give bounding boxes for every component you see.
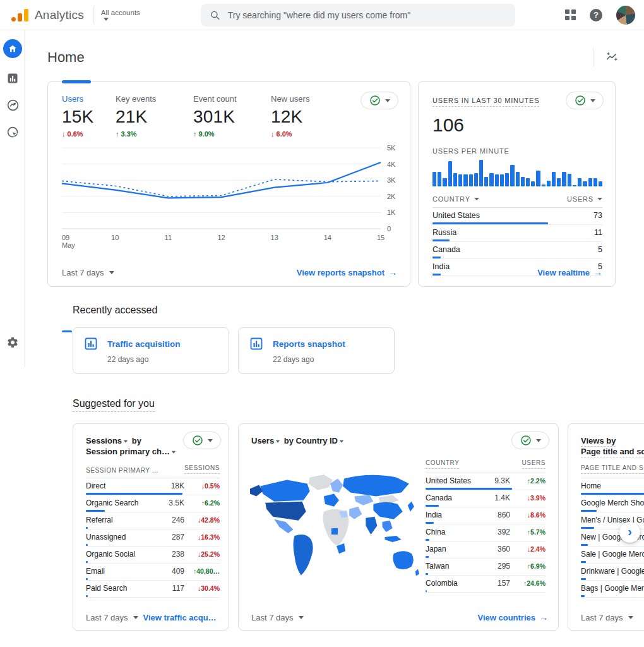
sort-caret-icon: [474, 198, 479, 200]
search-bar[interactable]: [201, 4, 515, 27]
insights-icon[interactable]: [605, 51, 619, 64]
date-range-selector[interactable]: Last 7 days: [581, 613, 633, 622]
realtime-users-value: 106: [432, 114, 602, 136]
x-axis-tick: 15: [377, 234, 385, 241]
y-axis-tick: 2K: [387, 193, 395, 200]
help-icon[interactable]: ?: [590, 9, 602, 21]
page-title-column-header[interactable]: PAGE TITLE AND S…: [581, 464, 644, 474]
value-bar: [86, 493, 182, 495]
country-column-header[interactable]: COUNTRY: [432, 195, 479, 203]
x-axis-tick: 14: [324, 234, 331, 241]
arrow-right-icon: →: [220, 612, 221, 622]
metric-delta: ↓ 6.0%: [271, 130, 309, 138]
sidebar-item-admin[interactable]: [0, 336, 25, 349]
view-realtime-link[interactable]: View realtime→: [537, 267, 602, 277]
country-name: United States: [426, 476, 485, 485]
advertising-icon: [6, 126, 20, 139]
insights-status-pill[interactable]: [361, 92, 398, 109]
sidebar: [0, 30, 25, 647]
date-range-selector[interactable]: Last 7 days: [62, 268, 114, 277]
insights-status-pill[interactable]: [511, 432, 549, 449]
sessions-value: 238: [159, 550, 184, 559]
sidebar-item-reports[interactable]: [0, 72, 25, 85]
users-column-header[interactable]: USERS: [567, 195, 602, 203]
chevron-down-icon: [385, 99, 390, 102]
minute-bar: [469, 174, 473, 186]
table-row: Email 409 ↑40,80…: [86, 564, 220, 581]
value-bar: [86, 578, 88, 580]
minute-bar: [474, 173, 478, 186]
countries-card-title[interactable]: Users by Country ID: [251, 435, 441, 446]
minute-bar: [593, 178, 597, 186]
recent-card-reports-snapshot[interactable]: Reports snapshot 22 days ago: [238, 327, 395, 374]
logo-dot: [11, 17, 16, 21]
date-range-selector[interactable]: Last 7 days: [86, 613, 138, 622]
view-reports-snapshot-link[interactable]: View reports snapshot→: [297, 267, 397, 277]
country-column-header[interactable]: COUNTRY: [426, 459, 459, 469]
value-bar: [426, 539, 429, 541]
table-row: Home: [581, 478, 644, 495]
delta-down: ↓2.4%: [510, 545, 546, 553]
gear-icon: [6, 336, 19, 349]
metric-new-users[interactable]: New users 12K ↓ 6.0%: [271, 94, 309, 138]
minute-bar: [526, 178, 530, 186]
value-bar: [581, 493, 644, 495]
metric-event-count[interactable]: Event count 301K ↑ 9.0%: [193, 94, 271, 138]
carousel-next-button[interactable]: ›: [619, 522, 640, 543]
insights-status-pill[interactable]: [566, 92, 604, 109]
page-title: Google Merch Shop: [581, 499, 644, 507]
minute-bar: [443, 178, 446, 186]
view-countries-link[interactable]: View countries→: [477, 612, 548, 622]
minute-bar: [438, 172, 441, 186]
page-title: Sale | Google Merch …: [581, 550, 644, 559]
y-axis-tick: 4K: [387, 160, 395, 168]
report-icon: [249, 336, 264, 351]
users-value: 1.4K: [485, 493, 510, 502]
report-icon: [83, 336, 98, 351]
metric-users[interactable]: Users 15K ↓ 0.6%: [62, 94, 116, 138]
pages-card-title[interactable]: Views by Page title and scree…: [581, 435, 644, 457]
value-bar: [86, 544, 88, 546]
insights-status-pill[interactable]: [183, 432, 221, 449]
sidebar-item-home[interactable]: [0, 39, 25, 58]
table-row: Sale | Google Merch …: [581, 547, 644, 564]
table-row: Japan 360 ↓2.4%: [426, 541, 546, 559]
view-traffic-acquisition-link[interactable]: View traffic acqu…→: [143, 612, 222, 622]
y-axis-tick: 3K: [387, 176, 395, 184]
value-bar: [432, 257, 441, 258]
analytics-logo-icon[interactable]: [11, 9, 28, 21]
minute-bar: [479, 160, 483, 186]
country-name: Russia: [432, 228, 456, 237]
avatar[interactable]: [616, 6, 635, 25]
sessions-value: 246: [159, 516, 184, 524]
main-content: Home Users 15K ↓ 0.6% Key events 21K ↑ 3…: [25, 30, 644, 647]
metric-key-events[interactable]: Key events 21K ↑ 3.3%: [116, 94, 193, 138]
channel-name: Direct: [86, 481, 159, 490]
search-input[interactable]: [228, 10, 506, 20]
delta-up: ↑6.9%: [510, 562, 546, 570]
column-header[interactable]: SESSION PRIMARY …: [86, 467, 158, 474]
recent-card-traffic-acquisition[interactable]: Traffic acquisition 22 days ago: [73, 327, 229, 374]
chevron-down-icon: [109, 271, 114, 274]
minute-bar: [536, 171, 540, 186]
value-bar: [86, 595, 88, 597]
date-range-selector[interactable]: Last 7 days: [251, 613, 304, 622]
apps-grid-icon[interactable]: [565, 9, 576, 20]
brand-name: Analytics: [35, 8, 84, 22]
delta-up: ↑6.2%: [184, 499, 220, 507]
sidebar-item-advertising[interactable]: [0, 126, 25, 139]
sessions-card-title[interactable]: Sessions by Session primary ch…: [86, 435, 181, 457]
minute-bar: [458, 174, 462, 186]
sessions-value: 287: [159, 533, 184, 541]
check-circle-icon: [575, 95, 586, 106]
value-bar: [426, 556, 429, 558]
table-row: India 860 ↓8.6%: [426, 507, 546, 524]
delta-up: ↑2.2%: [510, 477, 546, 485]
sidebar-item-explore[interactable]: [0, 99, 25, 112]
minute-bar: [588, 178, 592, 186]
users-column-header[interactable]: USERS: [522, 459, 546, 469]
column-header[interactable]: SESSIONS: [184, 464, 220, 474]
account-selector[interactable]: All accounts: [101, 9, 140, 21]
channel-name: Referral: [86, 516, 159, 524]
y-axis-tick: 5K: [387, 144, 395, 152]
